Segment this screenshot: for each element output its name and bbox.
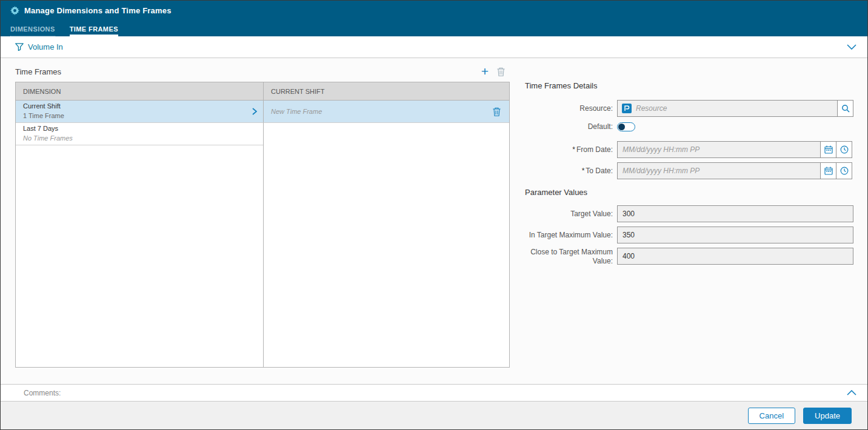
- add-time-frame-icon[interactable]: +: [481, 67, 489, 76]
- dimension-row-last-7-days[interactable]: Last 7 Days No Time Frames: [16, 123, 263, 145]
- chevron-up-icon[interactable]: [847, 390, 856, 395]
- from-date-row: *From Date:: [525, 141, 855, 158]
- main-content: Time Frames + DIMENSION CURRE: [1, 58, 867, 384]
- time-frame-label: New Time Frame: [271, 108, 322, 115]
- in-target-max-label: In Target Maximum Value:: [525, 231, 613, 240]
- time-frames-title: Time Frames: [15, 67, 61, 76]
- from-date-label-text: From Date:: [576, 145, 613, 154]
- dimension-filter-bar[interactable]: Volume In: [1, 36, 867, 58]
- to-date-label-text: To Date:: [586, 167, 613, 175]
- required-marker: *: [582, 167, 585, 175]
- chevron-right-icon: [252, 108, 257, 115]
- to-date-row: *To Date:: [525, 162, 855, 179]
- from-date-input[interactable]: [617, 141, 821, 158]
- resource-search-button[interactable]: [837, 100, 853, 117]
- column-header-current-shift: CURRENT SHIFT: [263, 82, 509, 101]
- default-toggle[interactable]: [617, 122, 635, 131]
- manage-dimensions-window: Manage Dimensions and Time Frames DIMENS…: [0, 0, 868, 430]
- comments-label: Comments:: [24, 389, 61, 397]
- tab-time-frames[interactable]: TIME FRAMES: [70, 25, 118, 36]
- dimension-subtext: 1 Time Frame: [23, 111, 64, 121]
- close-to-target-max-input[interactable]: [617, 248, 853, 265]
- resource-field[interactable]: [617, 100, 838, 117]
- time-frame-row[interactable]: New Time Frame: [263, 101, 509, 123]
- to-date-calendar-button[interactable]: [820, 162, 836, 179]
- title-row: Manage Dimensions and Time Frames: [1, 1, 867, 15]
- time-frame-empty-cell: [263, 123, 509, 145]
- dimension-row-text: Last 7 Days No Time Frames: [23, 124, 73, 144]
- time-frames-header: Time Frames +: [15, 67, 510, 76]
- target-value-input[interactable]: [617, 205, 853, 222]
- time-frame-list-filler: [263, 145, 509, 367]
- target-value-label: Target Value:: [525, 210, 613, 219]
- to-date-label: *To Date:: [525, 167, 613, 176]
- dimension-row-current-shift[interactable]: Current Shift 1 Time Frame: [16, 101, 263, 123]
- parameter-row-target: Target Value:: [525, 205, 855, 222]
- in-target-max-input[interactable]: [617, 227, 853, 243]
- from-date-time-button[interactable]: [836, 141, 852, 158]
- from-date-label: *From Date:: [525, 145, 613, 154]
- dimension-subtext: No Time Frames: [23, 134, 73, 144]
- comments-bar[interactable]: Comments:: [1, 384, 867, 402]
- dimension-list-filler: [16, 145, 263, 367]
- parameter-row-close-to-target-max: Close to Target Maximum Value:: [525, 248, 855, 266]
- window-title: Manage Dimensions and Time Frames: [24, 6, 172, 15]
- required-marker: *: [572, 145, 575, 154]
- filter-funnel-icon: [15, 43, 24, 51]
- from-date-calendar-button[interactable]: [820, 141, 836, 158]
- column-header-dimension: DIMENSION: [16, 82, 263, 101]
- dimension-filter-label: Volume In: [28, 42, 63, 51]
- time-frames-details-panel: Time Frames Details Resource:: [525, 81, 855, 271]
- parameter-row-in-target-max: In Target Maximum Value:: [525, 227, 855, 243]
- close-to-target-max-label: Close to Target Maximum Value:: [525, 248, 613, 266]
- delete-time-frame-row-icon[interactable]: [493, 107, 501, 116]
- to-date-input[interactable]: [617, 162, 821, 179]
- tab-dimensions[interactable]: DIMENSIONS: [10, 25, 55, 36]
- manage-icon: [10, 6, 19, 15]
- dimension-row-text: Current Shift 1 Time Frame: [23, 102, 64, 121]
- resource-icon: [622, 104, 632, 113]
- cancel-button[interactable]: Cancel: [748, 408, 795, 424]
- time-frames-actions: +: [481, 67, 505, 76]
- toggle-knob: [618, 124, 625, 130]
- titlebar: Manage Dimensions and Time Frames DIMENS…: [1, 1, 867, 36]
- dimension-name: Last 7 Days: [23, 124, 73, 134]
- to-date-time-button[interactable]: [836, 162, 852, 179]
- tab-bar: DIMENSIONS TIME FRAMES: [10, 25, 118, 36]
- time-frames-panel: Time Frames + DIMENSION CURRE: [15, 67, 510, 368]
- chevron-down-icon[interactable]: [847, 44, 856, 50]
- resource-input[interactable]: [636, 101, 833, 116]
- update-button[interactable]: Update: [803, 408, 852, 424]
- footer-bar: Cancel Update: [1, 402, 867, 429]
- time-frames-table: DIMENSION CURRENT SHIFT Current Shift 1 …: [15, 82, 510, 368]
- parameter-values-title: Parameter Values: [525, 188, 855, 197]
- resource-label: Resource:: [525, 104, 613, 113]
- default-label: Default:: [525, 122, 613, 131]
- details-title: Time Frames Details: [525, 81, 855, 90]
- dimension-name: Current Shift: [23, 102, 64, 111]
- default-row: Default:: [525, 122, 855, 131]
- resource-row: Resource:: [525, 100, 855, 117]
- delete-time-frame-toolbar-icon[interactable]: [497, 67, 505, 76]
